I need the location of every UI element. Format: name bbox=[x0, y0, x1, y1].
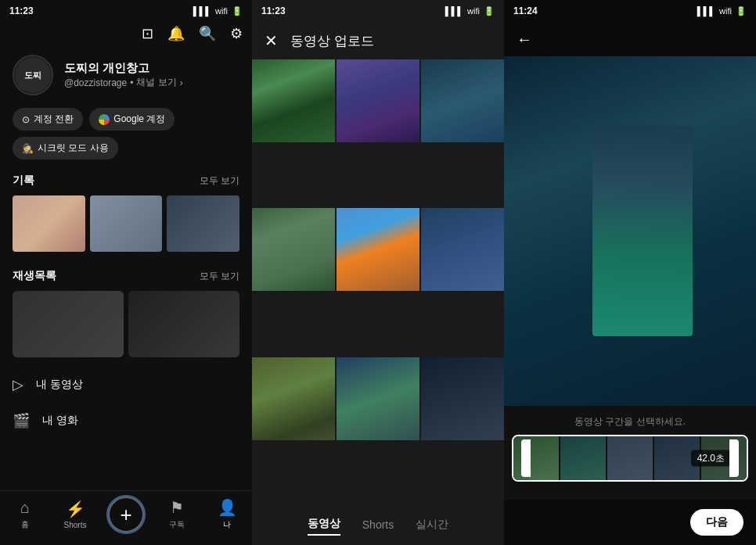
nav-me-label: 나 bbox=[223, 519, 231, 530]
battery-icon-2: 🔋 bbox=[484, 6, 495, 16]
time-1: 11:23 bbox=[9, 5, 34, 16]
playlist-item-2[interactable] bbox=[128, 291, 239, 357]
avatar[interactable]: 도찌 bbox=[13, 55, 53, 95]
avatar-initials: 도찌 bbox=[15, 57, 51, 93]
wifi-icon-3: wifi bbox=[719, 6, 732, 16]
timeline-handle-right[interactable] bbox=[729, 439, 739, 477]
google-account-button[interactable]: Google 계정 bbox=[89, 108, 175, 131]
account-info: 도찌의 개인창고 @dozzistorage • 채널 보기 › bbox=[64, 61, 239, 89]
wifi-icon-2: wifi bbox=[467, 6, 480, 16]
nav-shorts[interactable]: ⚡ Shorts bbox=[58, 500, 92, 529]
status-icons-2: ▌▌▌ wifi 🔋 bbox=[445, 6, 495, 16]
tab-video[interactable]: 동영상 bbox=[308, 514, 340, 536]
timeline-section: 동영상 구간을 선택하세요. 42.0초 bbox=[504, 406, 756, 500]
duration-badge: 42.0초 bbox=[691, 450, 731, 467]
video-cell-8[interactable] bbox=[337, 357, 419, 440]
status-icons-3: ▌▌▌ wifi 🔋 bbox=[697, 6, 747, 16]
video-cell-4[interactable] bbox=[252, 208, 335, 291]
close-button[interactable]: ✕ bbox=[265, 31, 278, 50]
video-grid bbox=[252, 59, 504, 504]
time-3: 11:24 bbox=[513, 5, 538, 16]
account-panel: 11:23 ▌▌▌ wifi 🔋 ⊡ 🔔 🔍 ⚙ 도찌 도찌의 개인창고 @do… bbox=[0, 0, 252, 545]
account-switch-icon: ⊙ bbox=[22, 114, 30, 125]
history-thumb-3[interactable] bbox=[167, 195, 239, 252]
playlist-item-1[interactable] bbox=[13, 291, 124, 357]
timeline-strip[interactable]: 42.0초 bbox=[512, 435, 748, 482]
upload-title: 동영상 업로드 bbox=[290, 32, 374, 50]
status-bar-3: 11:24 ▌▌▌ wifi 🔋 bbox=[504, 0, 756, 22]
secret-mode-button[interactable]: 🕵 시크릿 모드 사용 bbox=[13, 137, 118, 160]
tab-live[interactable]: 실시간 bbox=[416, 515, 448, 535]
upload-header: ✕ 동영상 업로드 bbox=[252, 22, 504, 59]
account-header: 도찌 도찌의 개인창고 @dozzistorage • 채널 보기 › bbox=[0, 45, 252, 102]
preview-figure bbox=[592, 126, 693, 335]
next-button[interactable]: 다음 bbox=[690, 509, 743, 536]
history-thumb-2[interactable] bbox=[90, 195, 163, 252]
my-movies-label: 내 영화 bbox=[42, 414, 78, 428]
timeline-hint: 동영상 구간을 선택하세요. bbox=[504, 412, 756, 432]
strip-segment-2 bbox=[560, 436, 606, 480]
signal-icon-2: ▌▌▌ bbox=[445, 6, 463, 16]
tab-shorts[interactable]: Shorts bbox=[362, 515, 394, 534]
preview-content bbox=[504, 56, 756, 406]
video-preview bbox=[504, 56, 756, 406]
playlist-all-button[interactable]: 모두 보기 bbox=[200, 270, 239, 283]
timeline-handle-left[interactable] bbox=[521, 439, 531, 477]
video-cell-2[interactable] bbox=[337, 59, 419, 142]
nav-add[interactable]: + bbox=[108, 497, 144, 532]
google-icon bbox=[99, 114, 110, 125]
nav-subscriptions[interactable]: ⚑ 구독 bbox=[160, 498, 194, 530]
strip-segment-3 bbox=[607, 436, 653, 480]
wifi-icon: wifi bbox=[215, 6, 228, 16]
channel-link[interactable]: 채널 보기 bbox=[136, 76, 176, 89]
play-icon: ▷ bbox=[13, 376, 23, 393]
upload-tabs: 동영상 Shorts 실시간 bbox=[252, 504, 504, 545]
history-all-button[interactable]: 모두 보기 bbox=[200, 174, 239, 188]
shorts-icon: ⚡ bbox=[66, 500, 85, 518]
history-section-header: 기록 모두 보기 bbox=[0, 166, 252, 192]
nav-home[interactable]: ⌂ 홈 bbox=[8, 499, 42, 530]
my-videos-label: 내 동영상 bbox=[36, 378, 83, 392]
upload-panel: 11:23 ▌▌▌ wifi 🔋 ✕ 동영상 업로드 동영상 Shorts 실시… bbox=[252, 0, 504, 545]
movie-icon: 🎬 bbox=[13, 412, 30, 429]
playlist-thumbnails bbox=[0, 288, 252, 367]
editor-bottom: 다음 bbox=[504, 500, 756, 545]
video-cell-6[interactable] bbox=[421, 208, 504, 291]
notifications-icon[interactable]: 🔔 bbox=[167, 25, 185, 42]
add-button[interactable]: + bbox=[108, 497, 144, 532]
nav-home-label: 홈 bbox=[21, 519, 29, 530]
settings-icon[interactable]: ⚙ bbox=[230, 25, 243, 42]
account-handle: @dozzistorage • 채널 보기 › bbox=[64, 76, 239, 89]
nav-shorts-label: Shorts bbox=[64, 521, 87, 529]
me-icon: 👤 bbox=[218, 498, 237, 517]
secret-mode-icon: 🕵 bbox=[22, 143, 34, 154]
history-thumb-1[interactable] bbox=[13, 195, 85, 252]
video-cell-9[interactable] bbox=[421, 357, 504, 440]
account-switch-button[interactable]: ⊙ 계정 전환 bbox=[13, 108, 83, 131]
time-2: 11:23 bbox=[261, 5, 286, 16]
playlist-title: 재생목록 bbox=[13, 269, 56, 283]
video-cell-3[interactable] bbox=[421, 59, 504, 142]
chevron-right-icon: › bbox=[180, 77, 183, 88]
my-videos-menu-item[interactable]: ▷ 내 동영상 bbox=[0, 367, 252, 403]
playlist-section-header: 재생목록 모두 보기 bbox=[0, 261, 252, 288]
signal-icon-3: ▌▌▌ bbox=[697, 6, 715, 16]
video-cell-7[interactable] bbox=[252, 357, 335, 440]
nav-subscriptions-label: 구독 bbox=[169, 519, 185, 530]
history-title: 기록 bbox=[13, 174, 34, 188]
search-icon[interactable]: 🔍 bbox=[199, 25, 216, 42]
nav-me[interactable]: 👤 나 bbox=[210, 498, 244, 530]
status-icons-1: ▌▌▌ wifi 🔋 bbox=[193, 6, 243, 16]
video-cell-1[interactable] bbox=[252, 59, 335, 142]
status-bar-2: 11:23 ▌▌▌ wifi 🔋 bbox=[252, 0, 504, 22]
video-cell-5[interactable] bbox=[337, 208, 419, 291]
add-button-ring bbox=[106, 495, 146, 534]
my-movies-menu-item[interactable]: 🎬 내 영화 bbox=[0, 403, 252, 439]
handle-separator: • bbox=[130, 77, 133, 88]
editor-panel: 11:24 ▌▌▌ wifi 🔋 ← 동영상 구간을 선택하세요. 42.0초 bbox=[504, 0, 756, 545]
status-bar-1: 11:23 ▌▌▌ wifi 🔋 bbox=[0, 0, 252, 22]
battery-icon: 🔋 bbox=[232, 6, 243, 16]
battery-icon-3: 🔋 bbox=[736, 6, 747, 16]
cast-icon[interactable]: ⊡ bbox=[142, 25, 153, 42]
back-button[interactable]: ← bbox=[517, 30, 532, 48]
